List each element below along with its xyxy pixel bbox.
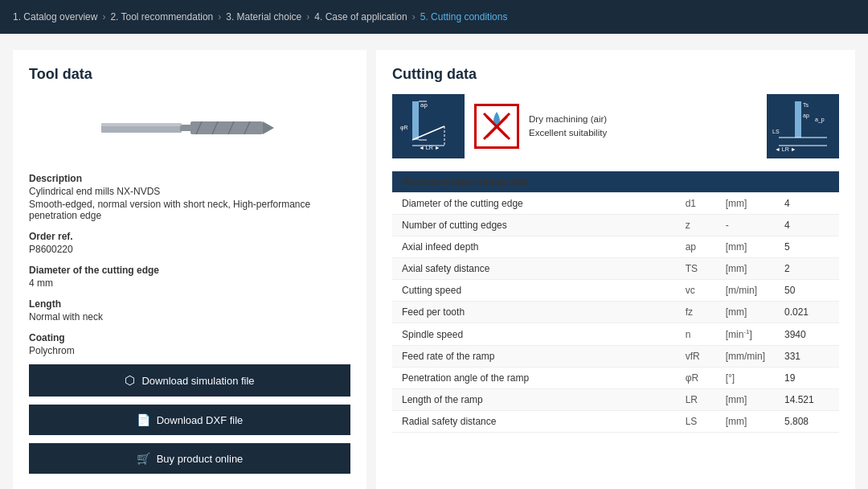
row-unit: [mm/min] bbox=[716, 346, 775, 368]
breadcrumb-item-1[interactable]: 1. Catalog overview bbox=[13, 11, 97, 23]
row-label: Length of the ramp bbox=[392, 389, 676, 411]
table-row: Feed rate of the ramp vfR [mm/min] 331 bbox=[392, 346, 839, 368]
coolant-line2: Excellent suitability bbox=[529, 126, 607, 140]
breadcrumb-sep-2: › bbox=[218, 11, 221, 23]
download-dxf-button[interactable]: 📄 Download DXF file bbox=[29, 405, 350, 435]
length-label: Length bbox=[29, 298, 350, 310]
table-row: Cutting speed vc [m/min] 50 bbox=[392, 280, 839, 302]
dxf-icon: 📄 bbox=[137, 413, 150, 426]
tool-image-container bbox=[29, 96, 350, 163]
buy-product-button[interactable]: 🛒 Buy product online bbox=[29, 443, 350, 474]
svg-text:LS: LS bbox=[772, 129, 780, 134]
tool-info: Description Cylindrical end mills NX-NVD… bbox=[29, 173, 350, 356]
main-content: Tool data Descript bbox=[0, 34, 868, 489]
row-unit: [mm] bbox=[716, 258, 775, 280]
row-symbol: LS bbox=[676, 411, 716, 433]
svg-text:Ts: Ts bbox=[803, 102, 809, 108]
row-unit: [°] bbox=[716, 368, 775, 389]
svg-rect-8 bbox=[101, 123, 182, 126]
breadcrumb-item-4[interactable]: 4. Case of application bbox=[314, 11, 407, 23]
svg-text:ap: ap bbox=[803, 113, 809, 119]
breadcrumb-item-3[interactable]: 3. Material choice bbox=[226, 11, 301, 23]
download-dxf-label: Download DXF file bbox=[157, 414, 244, 426]
row-value: 5 bbox=[775, 236, 839, 258]
coolant-x-icon bbox=[474, 104, 519, 149]
download-simulation-label: Download simulation file bbox=[141, 375, 254, 387]
row-value: 4 bbox=[775, 193, 839, 215]
download-simulation-button[interactable]: ⬡ Download simulation file bbox=[29, 364, 350, 397]
row-label: Spindle speed bbox=[392, 323, 676, 346]
left-panel: Tool data Descript bbox=[13, 50, 366, 489]
tool-diagram-left: ap ◄ LR ► φR bbox=[392, 94, 465, 158]
svg-text:a_p: a_p bbox=[815, 117, 825, 123]
table-header: Recommended cutting data bbox=[392, 171, 839, 193]
row-label: Feed rate of the ramp bbox=[392, 346, 676, 368]
svg-rect-9 bbox=[412, 101, 419, 140]
row-symbol: vc bbox=[676, 280, 716, 302]
row-symbol: ap bbox=[676, 236, 716, 258]
breadcrumb-sep-4: › bbox=[412, 11, 416, 23]
svg-rect-21 bbox=[795, 101, 801, 138]
row-unit: [mm] bbox=[716, 193, 775, 215]
cutting-icons-row: ap ◄ LR ► φR bbox=[392, 94, 839, 158]
row-symbol: z bbox=[676, 215, 716, 236]
length-value: Normal with neck bbox=[29, 311, 350, 323]
row-label: Cutting speed bbox=[392, 280, 676, 302]
svg-text:φR: φR bbox=[400, 125, 408, 131]
cutting-data-title: Cutting data bbox=[392, 66, 839, 83]
row-unit: [mm] bbox=[716, 236, 775, 258]
table-row: Axial safety distance TS [mm] 2 bbox=[392, 258, 839, 280]
svg-text:ap: ap bbox=[420, 101, 428, 109]
breadcrumb-item-2[interactable]: 2. Tool recommendation bbox=[110, 11, 213, 23]
row-unit: [m/min] bbox=[716, 280, 775, 302]
cart-icon: 🛒 bbox=[137, 452, 150, 465]
coating-value: Polychrom bbox=[29, 345, 350, 356]
row-value: 3940 bbox=[775, 323, 839, 346]
row-value: 50 bbox=[775, 280, 839, 302]
svg-marker-7 bbox=[263, 121, 274, 134]
row-value: 2 bbox=[775, 258, 839, 280]
description-label: Description bbox=[29, 173, 350, 184]
row-symbol: LR bbox=[676, 389, 716, 411]
breadcrumb-sep-3: › bbox=[306, 11, 309, 23]
table-row: Feed per tooth fz [mm] 0.021 bbox=[392, 302, 839, 323]
coating-label: Coating bbox=[29, 332, 350, 343]
order-ref-value: P8600220 bbox=[29, 244, 350, 255]
order-ref-label: Order ref. bbox=[29, 231, 350, 242]
breadcrumb-item-5-active[interactable]: 5. Cutting conditions bbox=[420, 11, 508, 23]
row-label: Diameter of the cutting edge bbox=[392, 193, 676, 215]
row-label: Radial safety distance bbox=[392, 411, 676, 433]
row-value: 0.021 bbox=[775, 302, 839, 323]
svg-rect-1 bbox=[180, 125, 192, 131]
left-panel-title: Tool data bbox=[29, 66, 350, 83]
tool-image bbox=[101, 112, 278, 144]
row-label: Axial infeed depth bbox=[392, 236, 676, 258]
table-row: Length of the ramp LR [mm] 14.521 bbox=[392, 389, 839, 411]
breadcrumb: 1. Catalog overview › 2. Tool recommenda… bbox=[0, 0, 868, 34]
row-unit: [mm] bbox=[716, 389, 775, 411]
coolant-line1: Dry machining (air) bbox=[529, 113, 607, 126]
description-line2: Smooth-edged, normal version with short … bbox=[29, 199, 350, 221]
row-symbol: fz bbox=[676, 302, 716, 323]
row-value: 14.521 bbox=[775, 389, 839, 411]
svg-text:◄ LR ►: ◄ LR ► bbox=[775, 146, 796, 152]
row-unit: [mm] bbox=[716, 411, 775, 433]
buy-product-label: Buy product online bbox=[157, 453, 244, 465]
row-symbol: vfR bbox=[676, 346, 716, 368]
table-row: Diameter of the cutting edge d1 [mm] 4 bbox=[392, 193, 839, 215]
row-value: 331 bbox=[775, 346, 839, 368]
row-symbol: TS bbox=[676, 258, 716, 280]
row-symbol: n bbox=[676, 323, 716, 346]
cutting-data-table: Recommended cutting data Diameter of the… bbox=[392, 171, 839, 433]
row-value: 4 bbox=[775, 215, 839, 236]
tool-diagram-right: Ts ap ◄ LR ► LS a_p bbox=[767, 94, 839, 158]
row-unit: [min-1] bbox=[716, 323, 775, 346]
row-symbol: φR bbox=[676, 368, 716, 389]
table-row: Axial infeed depth ap [mm] 5 bbox=[392, 236, 839, 258]
row-label: Axial safety distance bbox=[392, 258, 676, 280]
row-symbol: d1 bbox=[676, 193, 716, 215]
row-value: 5.808 bbox=[775, 411, 839, 433]
table-row: Spindle speed n [min-1] 3940 bbox=[392, 323, 839, 346]
row-label: Penetration angle of the ramp bbox=[392, 368, 676, 389]
table-row: Penetration angle of the ramp φR [°] 19 bbox=[392, 368, 839, 389]
